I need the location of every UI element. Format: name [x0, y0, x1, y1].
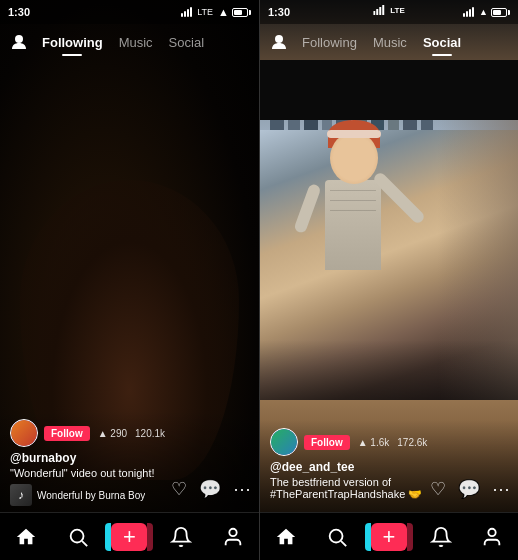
right-follow-button[interactable]: Follow — [304, 435, 350, 450]
right-nav-inbox[interactable] — [415, 526, 467, 548]
left-panel: 1:30 LTE ▲ Following — [0, 0, 259, 560]
bell-icon — [170, 526, 192, 548]
left-tab-music[interactable]: Music — [111, 31, 161, 54]
right-plus-button[interactable]: + — [371, 523, 407, 551]
right-signal-2 — [466, 11, 468, 17]
svg-point-11 — [489, 528, 496, 535]
svg-point-8 — [275, 35, 283, 43]
left-tab-following[interactable]: Following — [34, 31, 111, 54]
battery-fill-left — [234, 10, 242, 15]
left-nav-home[interactable] — [0, 526, 52, 548]
left-status-bar: 1:30 LTE ▲ — [0, 0, 259, 24]
shirt-line-2 — [330, 200, 376, 201]
battery-body-right — [491, 8, 507, 17]
svg-rect-5 — [376, 9, 378, 15]
left-nav-add[interactable]: + — [104, 523, 156, 551]
user-icon-svg — [10, 33, 28, 51]
left-username[interactable]: @burnaboy — [10, 451, 249, 465]
left-music-icon-box: ♪ — [10, 484, 32, 506]
right-tab-music[interactable]: Music — [365, 31, 415, 54]
other-arm — [293, 183, 321, 234]
left-avatar-inner — [11, 420, 37, 446]
right-signal-3 — [469, 9, 471, 17]
right-nav-add[interactable]: + — [363, 523, 415, 551]
right-bell-icon — [430, 526, 452, 548]
right-user-icon-svg — [270, 33, 288, 51]
left-nav-search[interactable] — [52, 526, 104, 548]
left-user-row: Follow ▲ 290 120.1k — [10, 419, 249, 447]
signal-bars-left — [181, 7, 192, 17]
right-user-icon[interactable] — [268, 31, 290, 53]
girl-body — [325, 180, 381, 270]
battery-right — [491, 8, 510, 17]
svg-line-2 — [82, 541, 87, 546]
left-more-icon[interactable]: ⋯ — [233, 478, 251, 500]
right-username[interactable]: @dee_and_tee — [270, 460, 508, 474]
battery-fill-right — [493, 10, 501, 15]
svg-rect-6 — [379, 7, 381, 15]
home-icon — [15, 526, 37, 548]
shirt-line-1 — [330, 190, 376, 191]
battery-left — [232, 8, 251, 17]
right-nav-search[interactable] — [312, 526, 364, 548]
left-views-count: 120.1k — [135, 428, 165, 439]
right-time: 1:30 — [268, 6, 290, 18]
svg-rect-7 — [382, 5, 384, 15]
svg-point-9 — [330, 529, 343, 542]
right-home-icon — [275, 526, 297, 548]
left-heart-icon[interactable]: ♡ — [171, 478, 187, 500]
right-nav-home[interactable] — [260, 526, 312, 548]
svg-rect-4 — [373, 11, 375, 15]
right-lte-label: LTE — [390, 6, 405, 15]
left-nav-profile[interactable] — [207, 526, 259, 548]
left-action-icons: ♡ 💬 ⋯ — [171, 478, 251, 500]
svg-point-0 — [15, 35, 23, 43]
signal-bar-4 — [190, 7, 192, 17]
svg-line-10 — [342, 541, 347, 546]
right-bottom-nav: + — [260, 512, 518, 560]
right-heart-icon[interactable]: ♡ — [430, 478, 446, 500]
right-notch-icons: LTE — [373, 5, 405, 15]
left-music-artist: by Burna Boy — [85, 490, 145, 501]
right-plus-label: + — [383, 524, 396, 550]
right-status-bar: 1:30 LTE ▲ — [260, 0, 518, 24]
left-follow-button[interactable]: Follow — [44, 426, 90, 441]
right-tab-following[interactable]: Following — [294, 31, 365, 54]
search-icon — [67, 526, 89, 548]
left-plus-button[interactable]: + — [111, 523, 147, 551]
right-network-icon — [373, 5, 387, 15]
signal-bar-3 — [187, 9, 189, 17]
right-nav-profile[interactable] — [466, 526, 518, 548]
left-tab-social[interactable]: Social — [161, 31, 212, 54]
battery-tip-left — [249, 10, 251, 15]
right-likes-value: 1.6k — [370, 437, 389, 448]
right-signal-1 — [463, 13, 465, 17]
right-signal-4 — [472, 7, 474, 17]
left-nav-inbox[interactable] — [155, 526, 207, 548]
left-comment-icon[interactable]: 💬 — [199, 478, 221, 500]
right-action-icons: ♡ 💬 ⋯ — [430, 478, 510, 500]
right-search-icon — [326, 526, 348, 548]
right-likes-count: ▲ 1.6k — [358, 437, 390, 448]
right-status-icons: ▲ — [463, 7, 510, 17]
left-user-icon[interactable] — [8, 31, 30, 53]
right-comment-icon[interactable]: 💬 — [458, 478, 480, 500]
left-nav-tabs: Following Music Social — [0, 24, 259, 60]
signal-bar-2 — [184, 11, 186, 17]
left-time: 1:30 — [8, 6, 30, 18]
girl-head — [330, 132, 378, 184]
right-tab-social[interactable]: Social — [415, 31, 469, 54]
right-profile-icon — [481, 526, 503, 548]
left-music-note-icon: ♪ — [18, 488, 24, 502]
right-top-dark — [260, 60, 518, 120]
right-avatar[interactable] — [270, 428, 298, 456]
battery-body-left — [232, 8, 248, 17]
left-avatar[interactable] — [10, 419, 38, 447]
left-music-label: Wonderful — [37, 490, 82, 501]
right-views-count: 172.6k — [397, 437, 427, 448]
girl-headband — [327, 130, 381, 138]
right-panel: 1:30 LTE ▲ — [259, 0, 518, 560]
right-more-icon[interactable]: ⋯ — [492, 478, 510, 500]
signal-bars-right — [463, 7, 474, 17]
left-likes-count: ▲ 290 — [98, 428, 127, 439]
